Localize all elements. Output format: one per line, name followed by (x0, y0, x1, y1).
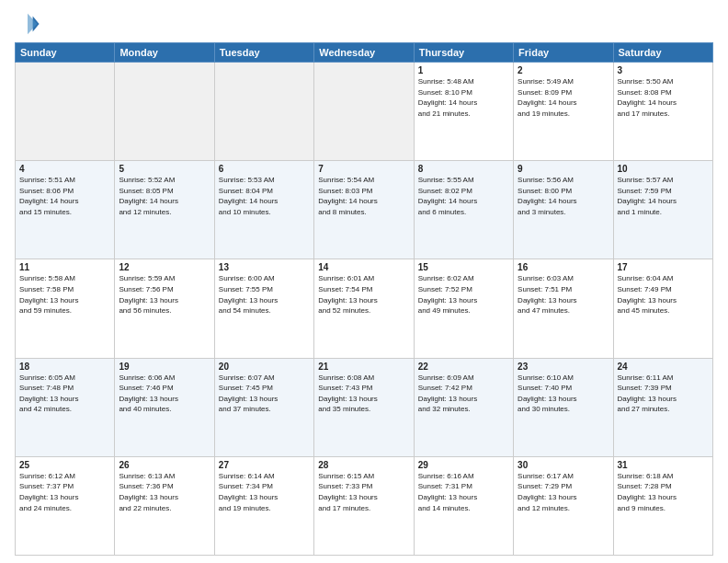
day-info: Sunrise: 6:16 AM Sunset: 7:31 PM Dayligh… (418, 471, 509, 513)
day-info: Sunrise: 5:57 AM Sunset: 7:59 PM Dayligh… (618, 175, 709, 217)
day-number: 22 (418, 362, 509, 372)
day-number: 26 (119, 460, 210, 470)
calendar-cell: 14Sunrise: 6:01 AM Sunset: 7:54 PM Dayli… (314, 259, 414, 358)
calendar-cell: 3Sunrise: 5:50 AM Sunset: 8:08 PM Daylig… (613, 63, 712, 161)
calendar-cell: 10Sunrise: 5:57 AM Sunset: 7:59 PM Dayli… (613, 161, 712, 259)
day-info: Sunrise: 5:56 AM Sunset: 8:00 PM Dayligh… (518, 175, 609, 217)
day-number: 7 (318, 164, 409, 174)
day-number: 1 (418, 65, 509, 75)
day-info: Sunrise: 6:02 AM Sunset: 7:52 PM Dayligh… (418, 273, 509, 316)
day-number: 2 (518, 65, 609, 75)
calendar-cell: 27Sunrise: 6:14 AM Sunset: 7:34 PM Dayli… (214, 456, 313, 555)
calendar-cell: 28Sunrise: 6:15 AM Sunset: 7:33 PM Dayli… (314, 456, 414, 555)
day-info: Sunrise: 6:14 AM Sunset: 7:34 PM Dayligh… (219, 471, 310, 513)
calendar-cell: 7Sunrise: 5:54 AM Sunset: 8:03 PM Daylig… (314, 161, 414, 259)
calendar-week-1: 1Sunrise: 5:48 AM Sunset: 8:10 PM Daylig… (16, 63, 713, 161)
day-number: 29 (418, 460, 509, 470)
calendar-week-4: 18Sunrise: 6:05 AM Sunset: 7:48 PM Dayli… (16, 358, 713, 456)
day-info: Sunrise: 6:06 AM Sunset: 7:46 PM Dayligh… (119, 373, 210, 415)
day-info: Sunrise: 5:50 AM Sunset: 8:08 PM Dayligh… (618, 76, 709, 119)
day-info: Sunrise: 6:13 AM Sunset: 7:36 PM Dayligh… (119, 471, 210, 513)
day-info: Sunrise: 5:55 AM Sunset: 8:02 PM Dayligh… (418, 175, 509, 217)
calendar-cell (115, 63, 214, 161)
day-info: Sunrise: 6:03 AM Sunset: 7:51 PM Dayligh… (518, 273, 609, 316)
day-info: Sunrise: 6:00 AM Sunset: 7:55 PM Dayligh… (219, 273, 310, 316)
day-number: 23 (518, 362, 609, 372)
day-info: Sunrise: 6:07 AM Sunset: 7:45 PM Dayligh… (219, 373, 310, 415)
day-info: Sunrise: 6:04 AM Sunset: 7:49 PM Dayligh… (618, 273, 709, 316)
day-info: Sunrise: 6:17 AM Sunset: 7:29 PM Dayligh… (518, 471, 609, 513)
calendar-cell: 5Sunrise: 5:52 AM Sunset: 8:05 PM Daylig… (115, 161, 214, 259)
day-number: 30 (518, 460, 609, 470)
calendar-week-2: 4Sunrise: 5:51 AM Sunset: 8:06 PM Daylig… (16, 161, 713, 259)
calendar-cell: 20Sunrise: 6:07 AM Sunset: 7:45 PM Dayli… (214, 358, 313, 456)
day-header-wednesday: Wednesday (314, 43, 414, 63)
day-number: 3 (618, 65, 709, 75)
calendar-cell: 23Sunrise: 6:10 AM Sunset: 7:40 PM Dayli… (514, 358, 613, 456)
day-number: 25 (19, 460, 110, 470)
calendar-cell: 8Sunrise: 5:55 AM Sunset: 8:02 PM Daylig… (414, 161, 513, 259)
calendar-cell: 4Sunrise: 5:51 AM Sunset: 8:06 PM Daylig… (16, 161, 115, 259)
day-info: Sunrise: 5:53 AM Sunset: 8:04 PM Dayligh… (219, 175, 310, 217)
day-header-saturday: Saturday (613, 43, 712, 63)
day-header-sunday: Sunday (16, 43, 115, 63)
day-number: 24 (618, 362, 709, 372)
day-number: 12 (119, 262, 210, 272)
day-info: Sunrise: 6:09 AM Sunset: 7:42 PM Dayligh… (418, 373, 509, 415)
calendar-cell: 30Sunrise: 6:17 AM Sunset: 7:29 PM Dayli… (514, 456, 613, 555)
calendar-header-row: SundayMondayTuesdayWednesdayThursdayFrid… (16, 43, 713, 63)
calendar-cell (16, 63, 115, 161)
day-number: 11 (19, 262, 110, 272)
day-info: Sunrise: 6:11 AM Sunset: 7:39 PM Dayligh… (618, 373, 709, 415)
day-info: Sunrise: 6:15 AM Sunset: 7:33 PM Dayligh… (318, 471, 409, 513)
calendar-cell: 24Sunrise: 6:11 AM Sunset: 7:39 PM Dayli… (613, 358, 712, 456)
page: SundayMondayTuesdayWednesdayThursdayFrid… (0, 0, 728, 563)
calendar-cell (214, 63, 313, 161)
day-info: Sunrise: 6:10 AM Sunset: 7:40 PM Dayligh… (518, 373, 609, 415)
day-info: Sunrise: 5:58 AM Sunset: 7:58 PM Dayligh… (19, 273, 110, 316)
calendar-cell: 1Sunrise: 5:48 AM Sunset: 8:10 PM Daylig… (414, 63, 513, 161)
calendar-cell: 11Sunrise: 5:58 AM Sunset: 7:58 PM Dayli… (16, 259, 115, 358)
day-number: 9 (518, 164, 609, 174)
day-number: 19 (119, 362, 210, 372)
day-info: Sunrise: 5:48 AM Sunset: 8:10 PM Dayligh… (418, 76, 509, 119)
calendar-cell: 12Sunrise: 5:59 AM Sunset: 7:56 PM Dayli… (115, 259, 214, 358)
calendar-cell (314, 63, 414, 161)
svg-marker-1 (28, 14, 38, 34)
calendar-cell: 26Sunrise: 6:13 AM Sunset: 7:36 PM Dayli… (115, 456, 214, 555)
day-number: 8 (418, 164, 509, 174)
calendar-cell: 18Sunrise: 6:05 AM Sunset: 7:48 PM Dayli… (16, 358, 115, 456)
calendar-cell: 2Sunrise: 5:49 AM Sunset: 8:09 PM Daylig… (514, 63, 613, 161)
header (15, 11, 713, 37)
calendar-week-5: 25Sunrise: 6:12 AM Sunset: 7:37 PM Dayli… (16, 456, 713, 555)
day-number: 20 (219, 362, 310, 372)
day-number: 15 (418, 262, 509, 272)
day-header-thursday: Thursday (414, 43, 513, 63)
calendar-cell: 21Sunrise: 6:08 AM Sunset: 7:43 PM Dayli… (314, 358, 414, 456)
day-info: Sunrise: 6:05 AM Sunset: 7:48 PM Dayligh… (19, 373, 110, 415)
day-info: Sunrise: 5:59 AM Sunset: 7:56 PM Dayligh… (119, 273, 210, 316)
day-number: 16 (518, 262, 609, 272)
day-header-tuesday: Tuesday (214, 43, 313, 63)
day-info: Sunrise: 5:51 AM Sunset: 8:06 PM Dayligh… (19, 175, 110, 217)
day-number: 13 (219, 262, 310, 272)
day-number: 4 (19, 164, 110, 174)
calendar-cell: 16Sunrise: 6:03 AM Sunset: 7:51 PM Dayli… (514, 259, 613, 358)
logo (15, 11, 44, 37)
day-number: 14 (318, 262, 409, 272)
logo-icon (15, 11, 40, 37)
day-number: 31 (618, 460, 709, 470)
day-info: Sunrise: 6:01 AM Sunset: 7:54 PM Dayligh… (318, 273, 409, 316)
calendar-cell: 31Sunrise: 6:18 AM Sunset: 7:28 PM Dayli… (613, 456, 712, 555)
day-number: 17 (618, 262, 709, 272)
day-number: 21 (318, 362, 409, 372)
day-info: Sunrise: 6:08 AM Sunset: 7:43 PM Dayligh… (318, 373, 409, 415)
calendar-week-3: 11Sunrise: 5:58 AM Sunset: 7:58 PM Dayli… (16, 259, 713, 358)
calendar-cell: 6Sunrise: 5:53 AM Sunset: 8:04 PM Daylig… (214, 161, 313, 259)
day-number: 28 (318, 460, 409, 470)
day-header-friday: Friday (514, 43, 613, 63)
calendar-cell: 13Sunrise: 6:00 AM Sunset: 7:55 PM Dayli… (214, 259, 313, 358)
calendar-cell: 25Sunrise: 6:12 AM Sunset: 7:37 PM Dayli… (16, 456, 115, 555)
day-info: Sunrise: 5:49 AM Sunset: 8:09 PM Dayligh… (518, 76, 609, 119)
day-header-monday: Monday (115, 43, 214, 63)
